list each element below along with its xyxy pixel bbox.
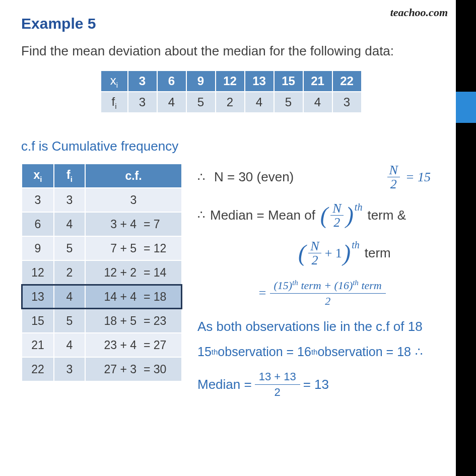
th-exponent: th [352,239,360,251]
side-accent [456,0,476,476]
xi-cell: 13 [245,71,274,91]
fi-cell: 4 [158,92,186,112]
frequency-table: xi 3 6 9 12 13 15 21 22 fi 3 4 5 2 4 [100,70,362,113]
fi-header-sub: i [115,101,116,110]
therefore-icon: ∴ [415,345,423,359]
n-half-num: N [387,163,400,177]
cf-header-xi-sub: i [40,175,42,183]
n-line: ∴ N = 30 (even) N2 = 15 [197,163,441,191]
xi-cell: 3 [128,71,157,91]
xi-cell: 6 [158,71,186,91]
cf-row: 15518 + 5= 23 [22,309,181,332]
cf-header-fi-text: f [66,168,71,181]
equals: = [258,286,267,301]
lower-layout: xi fi c.f. 333643 + 4= 7957 + 5= 1212212… [21,163,441,410]
xi-header: xi [101,71,127,91]
cf-f: 4 [54,285,85,308]
cf-x: 12 [22,261,53,284]
cf-f: 5 [54,237,85,260]
cf-row: 21423 + 4= 27 [22,333,181,357]
fi-cell: 3 [333,92,361,112]
cf-table: xi fi c.f. 333643 + 4= 7957 + 5= 1212212… [21,163,182,382]
fi-cell: 2 [216,92,244,112]
cf-calc: 3 + 4= 7 [86,213,181,236]
xi-cell: 21 [304,71,332,91]
cf-x: 9 [22,237,53,260]
cf-row: 333 [22,188,181,212]
fi-cell: 5 [275,92,303,112]
problem-statement: Find the mean deviation about the median… [21,43,441,59]
cf-calc: 27 + 3= 30 [86,358,181,381]
cf-calc: 23 + 4= 27 [86,333,181,357]
plus-one: + 1 [325,246,342,261]
cf-header-xi-text: x [34,168,40,181]
paren-nhalf: N2 [320,201,354,230]
cf-row: 643 + 4= 7 [22,213,181,236]
n-half-den: 2 [388,177,399,191]
cf-f: 5 [54,309,85,332]
obs-16-th: th [311,348,318,356]
therefore-icon: ∴ [197,170,205,184]
fi-cell: 4 [304,92,332,112]
n-half-expr: N2 = 15 [386,163,431,191]
cf-f: 4 [54,333,85,357]
freq-row-xi: xi 3 6 9 12 13 15 21 22 [101,71,361,91]
cf-calc: 3 [86,188,181,212]
cf-f: 4 [54,213,85,236]
example-label: Example 5 [21,15,441,32]
cf-x: 15 [22,309,53,332]
frequency-table-wrap: xi 3 6 9 12 13 15 21 22 fi 3 4 5 2 4 [21,70,441,113]
obs-15: 15 [197,345,212,359]
term-word: term [365,245,391,261]
cf-calc: 12 + 2= 14 [86,261,181,284]
paren-den: 2 [331,216,342,229]
cf-header-xi: xi [22,164,53,187]
median-frac-top: (15)th term + (16)th term [270,278,386,294]
term-and: term & [367,208,406,223]
cf-caption: c.f is Cumulative frequency [21,139,441,154]
xi-header-sub: i [116,80,118,89]
cf-header-cf: c.f. [86,164,181,187]
paren-num: N [330,201,343,216]
cf-row: 957 + 5= 12 [22,237,181,260]
median-final-result: = 13 [303,377,329,392]
xi-cell: 9 [187,71,215,91]
median-final-lead: Median = [197,377,252,392]
cf-note: As both observations lie in the c.f of 1… [197,319,441,334]
n-half-result: = 15 [405,170,431,185]
therefore-icon: ∴ [197,208,205,222]
fi-header: fi [101,92,127,112]
cf-f: 2 [54,261,85,284]
cf-calc: 14 + 4= 18 [86,285,181,308]
xi-header-text: x [110,74,116,87]
fi-cell: 4 [245,92,274,112]
observation-equality: 15th observation = 16th observation = 18… [197,345,441,359]
cf-row: 12212 + 2= 14 [22,261,181,284]
median-plugged: = (15)th term + (16)th term 2 [258,278,441,309]
cf-x: 13 [22,285,53,308]
xi-cell: 15 [275,71,303,91]
cf-row: 13414 + 4= 18 [22,285,181,308]
median-formula-line1: ∴ Median = Mean of N2 th term & [197,201,441,230]
xi-cell: 22 [333,71,361,91]
median-final-bot: 2 [270,385,285,400]
obs-15-th: th [212,348,218,356]
median-frac-bot: 2 [321,294,334,309]
page: Example 5 Find the mean deviation about … [0,0,456,425]
cf-header-row: xi fi c.f. [22,164,181,187]
paren2-num: N [308,239,321,253]
cf-row: 22327 + 3= 30 [22,358,181,381]
n-statement: N = 30 (even) [214,169,294,185]
cf-x: 6 [22,213,53,236]
cf-header-fi-sub: i [71,175,73,183]
paren2-den: 2 [310,253,320,267]
obs-eq-18: observation = 18 [317,345,411,359]
paren-nhalf-plus1: N2 + 1 [298,239,351,267]
fi-cell: 5 [187,92,215,112]
cf-x: 21 [22,333,53,357]
cf-header-fi: fi [54,164,85,187]
fi-cell: 3 [128,92,157,112]
cf-calc: 7 + 5= 12 [86,237,181,260]
freq-row-fi: fi 3 4 5 2 4 5 4 3 [101,92,361,112]
work-column: ∴ N = 30 (even) N2 = 15 ∴ Median = Mean … [197,163,441,410]
